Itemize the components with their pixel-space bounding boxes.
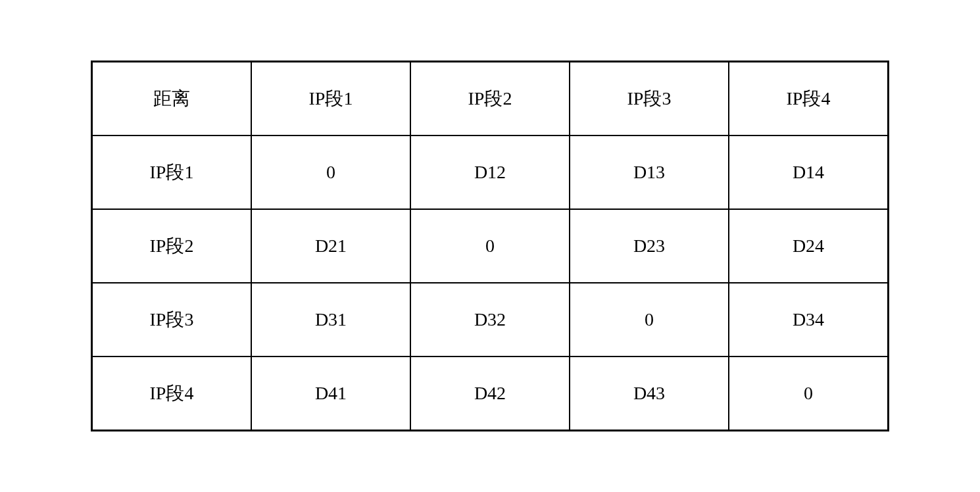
header-cell-col4: IP段4 <box>729 62 889 136</box>
data-cell: D31 <box>251 283 410 357</box>
data-cell: D34 <box>729 283 889 357</box>
distance-matrix-table: 距离 IP段1 IP段2 IP段3 IP段4 IP段1 0 D12 D13 D1… <box>91 61 889 431</box>
table-row: IP段4 D41 D42 D43 0 <box>92 357 889 431</box>
data-cell: 0 <box>251 135 410 209</box>
header-cell-col3: IP段3 <box>570 62 729 136</box>
data-cell: D43 <box>570 357 729 431</box>
row-header-cell: IP段2 <box>92 209 252 283</box>
data-cell: 0 <box>410 209 570 283</box>
distance-matrix-table-container: 距离 IP段1 IP段2 IP段3 IP段4 IP段1 0 D12 D13 D1… <box>64 34 916 458</box>
data-cell: 0 <box>729 357 889 431</box>
table-header-row: 距离 IP段1 IP段2 IP段3 IP段4 <box>92 62 889 136</box>
table-row: IP段3 D31 D32 0 D34 <box>92 283 889 357</box>
data-cell: D21 <box>251 209 410 283</box>
row-header-cell: IP段3 <box>92 283 252 357</box>
data-cell: D32 <box>410 283 570 357</box>
table-row: IP段1 0 D12 D13 D14 <box>92 135 889 209</box>
header-cell-col1: IP段1 <box>251 62 410 136</box>
data-cell: 0 <box>570 283 729 357</box>
row-header-cell: IP段1 <box>92 135 252 209</box>
header-cell-col2: IP段2 <box>410 62 570 136</box>
data-cell: D41 <box>251 357 410 431</box>
data-cell: D12 <box>410 135 570 209</box>
table-row: IP段2 D21 0 D23 D24 <box>92 209 889 283</box>
data-cell: D42 <box>410 357 570 431</box>
data-cell: D13 <box>570 135 729 209</box>
data-cell: D14 <box>729 135 889 209</box>
data-cell: D24 <box>729 209 889 283</box>
data-cell: D23 <box>570 209 729 283</box>
header-cell-corner: 距离 <box>92 62 252 136</box>
row-header-cell: IP段4 <box>92 357 252 431</box>
